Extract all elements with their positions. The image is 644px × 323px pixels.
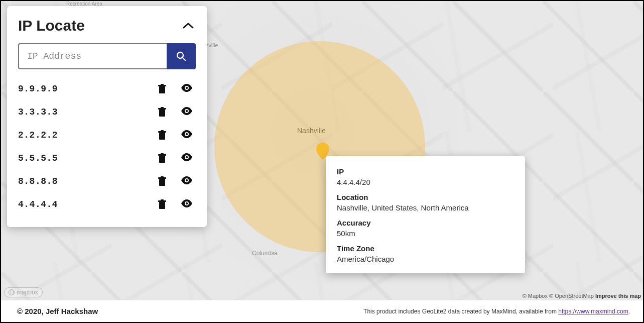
footer-copyright: © 2020, Jeff Hackshaw <box>17 307 98 315</box>
map-label-columbia: Columbia <box>252 250 278 257</box>
svg-rect-12 <box>159 133 165 140</box>
location-popup: IP 4.4.4.4/20 Location Nashville, United… <box>326 156 525 273</box>
eye-icon <box>181 153 193 161</box>
ip-address-text: 8.8.8.8 <box>18 176 158 186</box>
mapbox-logo-text: mapbox <box>17 289 38 296</box>
svg-point-31 <box>186 202 188 204</box>
eye-icon <box>181 130 193 138</box>
search-button[interactable] <box>167 43 196 69</box>
trash-icon <box>158 130 167 140</box>
popup-location-value: Nashville, United States, North America <box>337 203 514 212</box>
trash-icon <box>158 153 167 163</box>
ip-row: 8.8.8.8 <box>18 170 196 193</box>
delete-button[interactable] <box>158 153 167 163</box>
attribution-mapbox[interactable]: © Mapbox <box>523 293 548 299</box>
attribution-osm[interactable]: © OpenStreetMap <box>549 293 594 299</box>
ip-row: 2.2.2.2 <box>18 124 196 147</box>
trash-icon <box>158 176 167 186</box>
control-panel: IP Locate 9.9.9.93.3.3.32.2.2.25.5.5.58.… <box>7 6 207 227</box>
panel-title: IP Locate <box>18 17 85 34</box>
view-button[interactable] <box>181 107 193 117</box>
ip-address-text: 5.5.5.5 <box>18 153 158 163</box>
delete-button[interactable] <box>158 107 167 117</box>
footer-text-prefix: This product includes GeoLite2 data crea… <box>363 308 558 315</box>
svg-point-11 <box>186 110 188 112</box>
search-icon <box>176 51 186 61</box>
map-attribution: © Mapbox © OpenStreetMap Improve this ma… <box>523 293 641 299</box>
ip-list: 9.9.9.93.3.3.32.2.2.25.5.5.58.8.8.84.4.4… <box>18 77 196 216</box>
ip-row: 9.9.9.9 <box>18 77 196 100</box>
globe-icon <box>9 289 15 295</box>
ip-address-text: 3.3.3.3 <box>18 107 158 117</box>
view-button[interactable] <box>181 84 193 94</box>
ip-row: 5.5.5.5 <box>18 147 196 170</box>
popup-tz-label: Time Zone <box>337 244 514 253</box>
view-button[interactable] <box>181 153 193 163</box>
popup-tz-value: America/Chicago <box>337 255 514 263</box>
svg-point-6 <box>186 87 188 89</box>
view-button[interactable] <box>181 176 193 186</box>
ip-address-input[interactable] <box>18 43 167 69</box>
view-button[interactable] <box>181 199 193 209</box>
ip-row: 3.3.3.3 <box>18 100 196 124</box>
popup-location-label: Location <box>337 193 514 201</box>
mapbox-logo[interactable]: mapbox <box>4 287 43 297</box>
eye-icon <box>181 84 193 92</box>
map-label-nashville: Nashville <box>297 127 326 135</box>
footer-maxmind-link[interactable]: https://www.maxmind.com <box>558 308 628 315</box>
svg-point-16 <box>186 133 188 135</box>
ip-row: 4.4.4.4 <box>18 193 196 216</box>
eye-icon <box>181 107 193 115</box>
search-row <box>18 43 196 69</box>
ip-address-text: 2.2.2.2 <box>18 130 158 140</box>
svg-rect-17 <box>159 156 165 163</box>
svg-line-1 <box>183 58 185 60</box>
map-label-sville: sville <box>206 42 218 48</box>
svg-rect-2 <box>159 86 165 93</box>
collapse-button[interactable] <box>181 20 196 31</box>
svg-rect-19 <box>161 153 164 155</box>
delete-button[interactable] <box>158 199 167 209</box>
chevron-up-icon <box>183 22 194 29</box>
svg-rect-29 <box>161 199 164 201</box>
svg-rect-27 <box>159 202 165 209</box>
popup-accuracy-label: Accuracy <box>337 219 514 227</box>
trash-icon <box>158 84 167 94</box>
footer-attribution: This product includes GeoLite2 data crea… <box>363 308 630 315</box>
trash-icon <box>158 107 167 117</box>
svg-point-21 <box>186 156 188 158</box>
svg-rect-24 <box>161 176 164 178</box>
svg-rect-9 <box>161 107 164 109</box>
delete-button[interactable] <box>158 84 167 94</box>
attribution-improve[interactable]: Improve this map <box>595 293 641 299</box>
svg-rect-14 <box>161 130 164 132</box>
view-button[interactable] <box>181 130 193 140</box>
delete-button[interactable] <box>158 130 167 140</box>
delete-button[interactable] <box>158 176 167 186</box>
eye-icon <box>181 176 193 184</box>
ip-address-text: 9.9.9.9 <box>18 84 158 94</box>
popup-ip-value: 4.4.4.4/20 <box>337 178 514 186</box>
ip-address-text: 4.4.4.4 <box>18 199 158 209</box>
svg-point-26 <box>186 179 188 181</box>
trash-icon <box>158 199 167 209</box>
footer-text-suffix: . <box>628 308 630 315</box>
popup-ip-label: IP <box>337 167 514 176</box>
popup-accuracy-value: 50km <box>337 229 514 238</box>
svg-rect-22 <box>159 179 165 186</box>
footer: © 2020, Jeff Hackshaw This product inclu… <box>1 300 643 322</box>
svg-rect-4 <box>161 84 164 85</box>
svg-rect-7 <box>159 110 165 117</box>
eye-icon <box>181 199 193 207</box>
